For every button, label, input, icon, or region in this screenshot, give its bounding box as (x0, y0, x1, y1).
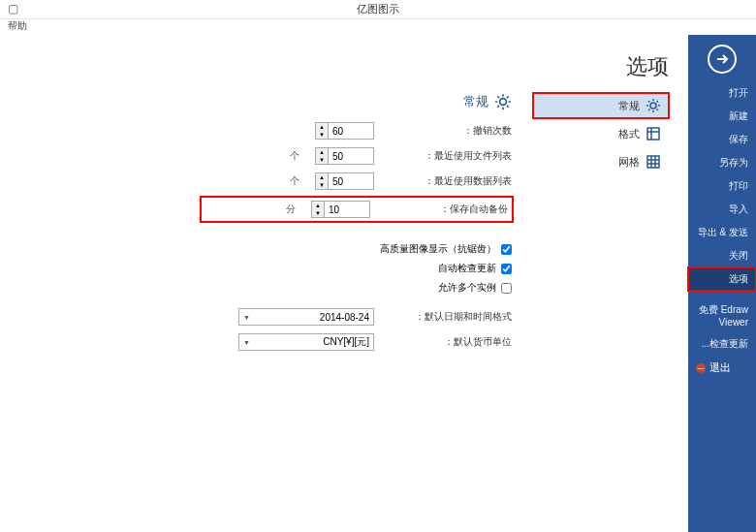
undo-input[interactable] (328, 122, 374, 140)
category-label: 常规 (618, 99, 640, 113)
section-header: 常规 (31, 93, 512, 110)
spin-up-icon[interactable]: ▲ (316, 173, 328, 181)
sidebar-item-options[interactable]: 选项 (688, 267, 756, 291)
sidebar-item-import[interactable]: 导入 (688, 198, 756, 221)
row-recdisp: 最近使用数据列表： ▲▼ 个 (31, 172, 512, 190)
antialias-checkbox[interactable] (501, 244, 512, 255)
exit-label: 退出 (709, 360, 731, 375)
autosave-label: 保存自动备份： (382, 203, 508, 216)
category-general[interactable]: 常规 (533, 93, 669, 118)
options-panel: 常规 撤销次数： ▲▼ 最近使用文件列表： ▲▼ 个 (19, 93, 523, 359)
recent-label: 最近使用文件列表： (386, 149, 512, 163)
autoupdate-label: 自动检查更新 (438, 262, 496, 275)
date-value: 2014-08-24 (320, 312, 369, 323)
spin-down-icon[interactable]: ▼ (316, 156, 328, 164)
spin-up-icon[interactable]: ▲ (316, 123, 328, 131)
sidebar-item-print[interactable]: 打印 (688, 174, 756, 198)
format-icon (646, 126, 661, 141)
help-bar: 帮助 (0, 19, 756, 35)
recdisp-input[interactable] (328, 172, 374, 190)
category-format[interactable]: 格式 (533, 121, 669, 146)
row-autosave: 保存自动备份： ▲▼ 分 (202, 198, 512, 221)
spin-down-icon[interactable]: ▼ (316, 181, 328, 189)
multiinstance-label: 允许多个实例 (438, 281, 496, 295)
page-title: 选项 (19, 52, 669, 81)
arrow-right-icon (714, 51, 730, 67)
sidebar-item-new[interactable]: 新建 (688, 105, 756, 128)
autosave-input[interactable] (324, 201, 370, 218)
autoupdate-checkbox[interactable] (501, 264, 512, 274)
row-dateformat: 默认日期和时间格式： ▼ 2014-08-24 (31, 308, 512, 326)
recdisp-spinner[interactable]: ▲▼ (315, 172, 374, 190)
main-content: 选项 常规 格式 (0, 35, 688, 532)
row-recent: 最近使用文件列表： ▲▼ 个 (31, 147, 512, 165)
gear-icon (646, 98, 661, 113)
section-title: 常规 (463, 93, 488, 110)
undo-spinner[interactable]: ▲▼ (315, 122, 374, 140)
sidebar-item-viewer[interactable]: 免费 Edraw Viewer (688, 298, 756, 332)
backstage-sidebar: 打开 新建 保存 另存为 打印 导入 导出 & 发送 关闭 选项 免费 Edra… (688, 35, 756, 532)
chevron-down-icon: ▼ (243, 314, 250, 321)
chevron-down-icon: ▼ (243, 339, 250, 346)
date-label: 默认日期和时间格式： (386, 310, 512, 324)
unit-label: 个 (290, 174, 299, 188)
date-dropdown[interactable]: ▼ 2014-08-24 (238, 308, 374, 326)
category-list: 常规 格式 网格 (533, 93, 669, 359)
row-undo: 撤销次数： ▲▼ (31, 122, 512, 140)
category-label: 格式 (618, 127, 640, 141)
sidebar-item-saveas[interactable]: 另存为 (688, 151, 756, 174)
help-link[interactable]: 帮助 (8, 20, 27, 31)
autosave-spinner[interactable]: ▲▼ (311, 201, 370, 218)
recent-spinner[interactable]: ▲▼ (315, 147, 374, 165)
window-button-icon[interactable]: ▢ (8, 2, 18, 16)
spin-up-icon[interactable]: ▲ (316, 148, 328, 156)
spin-down-icon[interactable]: ▼ (312, 209, 324, 217)
category-label: 网格 (618, 155, 640, 170)
unit-label: 个 (290, 149, 299, 163)
multiinstance-checkbox[interactable] (501, 283, 512, 294)
exit-icon: — (696, 363, 706, 373)
currency-value: CNY[¥][元] (323, 335, 369, 349)
svg-rect-2 (647, 156, 659, 168)
sidebar-item-close[interactable]: 关闭 (688, 244, 756, 267)
sidebar-item-save[interactable]: 保存 (688, 128, 756, 151)
svg-rect-1 (647, 128, 659, 140)
currency-dropdown[interactable]: ▼ CNY[¥][元] (238, 333, 374, 351)
sidebar-item-update[interactable]: 检查更新... (688, 332, 756, 356)
recent-input[interactable] (328, 147, 374, 165)
undo-label: 撤销次数： (386, 124, 512, 138)
check-multiinstance[interactable]: 允许多个实例 (31, 281, 512, 295)
recdisp-label: 最近使用数据列表： (386, 174, 512, 188)
svg-point-0 (650, 103, 656, 109)
app-title: 亿图图示 (357, 2, 399, 16)
check-antialias[interactable]: 高质量图像显示（抗锯齿） (31, 242, 512, 256)
grid-icon (646, 154, 661, 170)
row-currency: 默认货币单位： ▼ CNY[¥][元] (31, 333, 512, 351)
back-arrow-button[interactable] (708, 45, 737, 74)
spin-down-icon[interactable]: ▼ (316, 131, 328, 139)
category-grid[interactable]: 网格 (533, 149, 669, 174)
gear-icon (494, 93, 512, 110)
sidebar-item-open[interactable]: 打开 (688, 81, 756, 105)
currency-label: 默认货币单位： (386, 335, 512, 349)
sidebar-item-export[interactable]: 导出 & 发送 (688, 221, 756, 244)
svg-point-3 (500, 99, 507, 106)
unit-label: 分 (286, 203, 296, 216)
spin-up-icon[interactable]: ▲ (312, 202, 324, 209)
title-bar: ▢ 亿图图示 (0, 0, 756, 19)
antialias-label: 高质量图像显示（抗锯齿） (380, 242, 496, 256)
check-autoupdate[interactable]: 自动检查更新 (31, 262, 512, 275)
sidebar-item-exit[interactable]: 退出 — (688, 356, 756, 380)
